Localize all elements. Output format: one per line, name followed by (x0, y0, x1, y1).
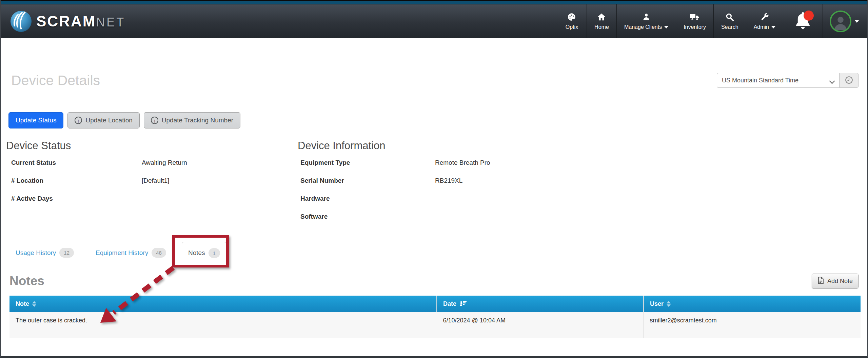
circle-up-arrow-icon: ↑ (75, 117, 82, 124)
nav-menu: Optix Manage ClientsHome Manage Clients … (557, 4, 867, 38)
tab-notes[interactable]: Notes 1 (182, 242, 226, 264)
timezone-control: US Mountain Standard Time (717, 73, 859, 88)
nav-item-manage-clients[interactable]: Manage Clients (616, 4, 676, 38)
chevron-down-icon (771, 26, 775, 28)
nav-item-optix[interactable]: Optix (557, 4, 587, 38)
detail-tabs: Usage History 12 Equipment History 48 No… (9, 242, 859, 264)
device-status-heading: Device Status (6, 140, 298, 152)
sort-carets-icon (32, 301, 36, 307)
column-header-user[interactable]: User (644, 296, 861, 312)
avatar (830, 11, 851, 32)
field-location: # Location [Default1] (6, 175, 298, 193)
circle-up-arrow-icon: ↑ (151, 117, 158, 124)
field-active-days: # Active Days (6, 193, 298, 211)
note-table-row[interactable]: The outer case is cracked. 6/10/2024 @ 1… (9, 312, 861, 338)
field-current-status: Current Status Awaiting Return (6, 157, 298, 175)
note-document-icon (817, 277, 824, 286)
equipment-type-value: Remote Breath Pro (435, 159, 490, 166)
serial-number-value: RB219XL (435, 177, 462, 184)
device-status-section: Device Status Current Status Awaiting Re… (6, 140, 298, 229)
field-equipment-type: Equipment Type Remote Breath Pro (298, 157, 859, 175)
nav-item-label: Search (721, 24, 738, 30)
nav-item-label: Manage ClientsHome (594, 24, 609, 30)
nav-item-search[interactable]: Search (713, 4, 746, 38)
notification-alert-badge (804, 11, 814, 21)
nav-item-label: Manage Clients (624, 24, 668, 30)
page-title: Device Details (11, 73, 100, 88)
update-tracking-number-button[interactable]: ↑Update Tracking Number (144, 112, 240, 128)
search-icon (725, 13, 734, 21)
notes-section-heading: Notes (9, 274, 44, 288)
nav-item-label: Admin (754, 24, 775, 30)
account-menu-button[interactable] (823, 4, 867, 38)
nav-item-label: Inventory (684, 24, 706, 30)
tab-usage-history[interactable]: Usage History 12 (9, 242, 80, 264)
update-status-button[interactable]: Update Status (8, 112, 63, 128)
nav-item-inventory[interactable]: Inventory (676, 4, 713, 38)
field-software: Software (298, 211, 859, 229)
usage-history-count-badge: 12 (59, 248, 74, 258)
person-icon (642, 13, 650, 21)
device-information-heading: Device Information (298, 140, 859, 152)
note-cell: The outer case is cracked. (9, 312, 437, 338)
field-hardware: Hardware (298, 193, 859, 211)
equipment-history-count-badge: 48 (152, 248, 166, 258)
clock-icon (845, 76, 853, 85)
notes-table: Note Date User (9, 296, 861, 338)
date-cell: 6/10/2024 @ 10:04 AM (437, 312, 644, 338)
top-accent-strip (1, 1, 867, 4)
nav-item-label: Optix (566, 24, 578, 30)
top-navbar: SCRAMNET Optix Manage ClientsHome Manage… (1, 4, 867, 38)
column-header-note[interactable]: Note (9, 296, 437, 312)
location-value: [Default1] (142, 177, 169, 184)
chevron-down-icon (664, 26, 668, 28)
current-status-value: Awaiting Return (142, 159, 187, 166)
tab-equipment-history[interactable]: Equipment History 48 (90, 242, 172, 264)
add-note-button[interactable]: Add Note (812, 274, 859, 289)
nav-item-admin[interactable]: Admin (746, 4, 783, 38)
truck-icon (690, 13, 699, 21)
notes-count-badge: 1 (209, 248, 220, 258)
brand-logo[interactable]: SCRAMNET (1, 4, 125, 38)
wrench-icon (760, 13, 769, 21)
brand-wordmark: SCRAMNET (36, 13, 125, 30)
sort-carets-icon (667, 301, 671, 307)
chevron-down-icon (855, 20, 859, 23)
timezone-clock-button[interactable] (840, 73, 859, 88)
column-header-date[interactable]: Date (437, 296, 644, 312)
timezone-select[interactable]: US Mountain Standard Time (717, 73, 840, 88)
user-cell: smiller2@scramtest.com (644, 312, 861, 338)
notifications-button[interactable] (783, 4, 823, 38)
update-location-button[interactable]: ↑Update Location (67, 112, 139, 128)
sort-descending-icon (459, 300, 467, 308)
home-icon (597, 13, 606, 21)
device-information-section: Device Information Equipment Type Remote… (298, 140, 859, 229)
scramnet-globe-icon (11, 11, 32, 32)
app-window: SCRAMNET Optix Manage ClientsHome Manage… (0, 0, 868, 358)
palette-icon (567, 13, 576, 21)
field-serial-number: Serial Number RB219XL (298, 175, 859, 193)
nav-item-home[interactable]: Manage ClientsHome (587, 4, 616, 38)
